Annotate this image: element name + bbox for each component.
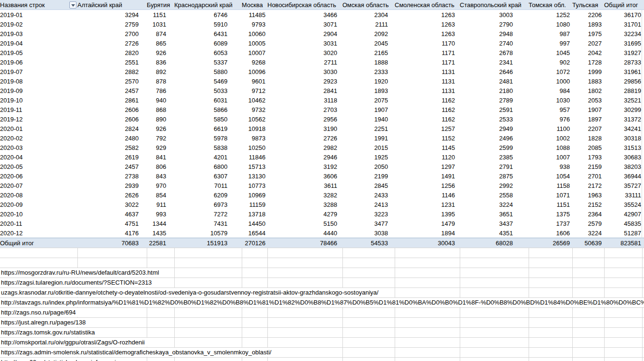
value-cell[interactable]: 2946 <box>267 152 342 162</box>
value-cell[interactable]: 6089 <box>174 38 242 48</box>
value-cell[interactable]: 2206 <box>572 10 604 20</box>
value-cell[interactable]: 1263 <box>395 10 460 20</box>
value-cell[interactable]: 31927 <box>604 48 644 57</box>
value-cell[interactable]: 6053 <box>174 48 242 57</box>
value-cell[interactable]: 2457 <box>77 162 147 171</box>
value-cell[interactable]: 1151 <box>529 200 572 209</box>
value-cell[interactable]: 2845 <box>342 181 395 190</box>
value-cell[interactable]: 1158 <box>529 181 572 190</box>
total-value-cell[interactable]: 151913 <box>174 238 242 248</box>
value-cell[interactable]: 1828 <box>572 133 604 143</box>
value-cell[interactable]: 2982 <box>267 143 342 152</box>
filter-dropdown-button[interactable] <box>69 1 76 9</box>
value-cell[interactable]: 14450 <box>242 219 267 228</box>
value-cell[interactable]: 1883 <box>572 76 604 86</box>
value-cell[interactable]: 1131 <box>395 67 460 76</box>
value-cell[interactable]: 1897 <box>572 114 604 124</box>
value-cell[interactable]: 841 <box>147 152 174 162</box>
value-cell[interactable]: 5033 <box>174 86 242 95</box>
value-cell[interactable]: 2606 <box>77 114 147 124</box>
value-cell[interactable]: 2701 <box>572 171 604 181</box>
value-cell[interactable]: 30299 <box>604 105 644 114</box>
value-cell[interactable]: 5910 <box>174 19 242 29</box>
value-cell[interactable]: 10005 <box>242 38 267 48</box>
value-cell[interactable]: 2092 <box>342 29 395 38</box>
row-label-cell[interactable]: 2020-04 <box>0 152 77 162</box>
row-label-cell[interactable]: 2019-12 <box>0 114 77 124</box>
row-label-cell[interactable]: 2020-11 <box>0 219 77 228</box>
value-cell[interactable]: 6800 <box>174 162 242 171</box>
value-cell[interactable]: 1131 <box>395 76 460 86</box>
value-cell[interactable]: 2726 <box>267 133 342 143</box>
value-cell[interactable]: 997 <box>529 38 572 48</box>
row-label-cell[interactable]: 2019-08 <box>0 76 77 86</box>
row-label-cell[interactable]: 2019-02 <box>0 19 77 29</box>
value-cell[interactable]: 2740 <box>460 38 529 48</box>
value-cell[interactable]: 32234 <box>604 29 644 38</box>
value-cell[interactable]: 902 <box>529 57 572 67</box>
value-cell[interactable]: 2700 <box>77 29 147 38</box>
value-cell[interactable]: 31701 <box>604 19 644 29</box>
total-value-cell[interactable]: 22581 <box>147 238 174 248</box>
value-cell[interactable]: 30318 <box>604 133 644 143</box>
value-cell[interactable]: 1435 <box>147 228 174 238</box>
value-cell[interactable]: 1491 <box>395 171 460 181</box>
value-cell[interactable]: 993 <box>147 209 174 219</box>
column-header[interactable]: Алтайский край <box>77 0 147 10</box>
value-cell[interactable]: 2882 <box>77 67 147 76</box>
value-cell[interactable]: 35524 <box>604 200 644 209</box>
value-cell[interactable]: 1920 <box>342 76 395 86</box>
value-cell[interactable]: 2904 <box>267 29 342 38</box>
value-cell[interactable]: 3071 <box>267 19 342 29</box>
value-cell[interactable]: 2053 <box>572 95 604 105</box>
value-cell[interactable]: 926 <box>147 48 174 57</box>
value-cell[interactable]: 10773 <box>242 181 267 190</box>
value-cell[interactable]: 2646 <box>460 67 529 76</box>
source-url[interactable]: http://omskportal.ru/oiv/ggpu/otrasl/Zag… <box>0 338 148 347</box>
empty-row[interactable] <box>0 248 644 258</box>
value-cell[interactable]: 16544 <box>242 228 267 238</box>
value-cell[interactable]: 3030 <box>267 67 342 76</box>
value-cell[interactable]: 1257 <box>395 124 460 133</box>
value-cell[interactable]: 15713 <box>242 162 267 171</box>
row-label-cell[interactable]: 2020-10 <box>0 209 77 219</box>
value-cell[interactable]: 3282 <box>267 190 342 200</box>
value-cell[interactable]: 1606 <box>529 228 572 238</box>
row-label-cell[interactable]: 2020-03 <box>0 143 77 152</box>
value-cell[interactable]: 5150 <box>267 219 342 228</box>
value-cell[interactable]: 5978 <box>174 133 242 143</box>
value-cell[interactable]: 786 <box>147 86 174 95</box>
value-cell[interactable]: 3031 <box>267 38 342 48</box>
total-value-cell[interactable]: 70683 <box>77 238 147 248</box>
column-header[interactable]: Ставропольский край <box>460 0 529 10</box>
value-cell[interactable]: 1991 <box>342 133 395 143</box>
value-cell[interactable]: 1152 <box>395 133 460 143</box>
source-url[interactable]: http://stavzags.ru/index.php/informatsiy… <box>0 298 644 307</box>
column-header[interactable]: Общий итог <box>604 0 644 10</box>
value-cell[interactable]: 1054 <box>529 171 572 181</box>
value-cell[interactable]: 1002 <box>529 133 572 143</box>
value-cell[interactable]: 32521 <box>604 95 644 105</box>
value-cell[interactable]: 2413 <box>342 200 395 209</box>
value-cell[interactable]: 5838 <box>174 143 242 152</box>
value-cell[interactable]: 34241 <box>604 124 644 133</box>
value-cell[interactable]: 1231 <box>395 200 460 209</box>
row-label-cell[interactable]: 2019-04 <box>0 38 77 48</box>
row-label-cell[interactable]: 2020-05 <box>0 162 77 171</box>
value-cell[interactable]: 938 <box>529 162 572 171</box>
value-cell[interactable]: 2341 <box>460 57 529 67</box>
value-cell[interactable]: 2027 <box>572 38 604 48</box>
source-url[interactable]: https://mosgorzdrav.ru/ru-RU/news/defaul… <box>0 268 162 277</box>
value-cell[interactable]: 6431 <box>174 29 242 38</box>
value-cell[interactable]: 970 <box>147 181 174 190</box>
value-cell[interactable]: 35727 <box>604 181 644 190</box>
value-cell[interactable]: 2948 <box>460 29 529 38</box>
value-cell[interactable]: 10007 <box>242 48 267 57</box>
value-cell[interactable]: 1263 <box>395 19 460 29</box>
value-cell[interactable]: 10250 <box>242 143 267 152</box>
value-cell[interactable]: 9873 <box>242 133 267 143</box>
value-cell[interactable]: 30683 <box>604 152 644 162</box>
value-cell[interactable]: 6031 <box>174 95 242 105</box>
value-cell[interactable]: 1171 <box>395 57 460 67</box>
source-url[interactable]: https://zags.admin-smolensk.ru/statistic… <box>0 348 274 357</box>
